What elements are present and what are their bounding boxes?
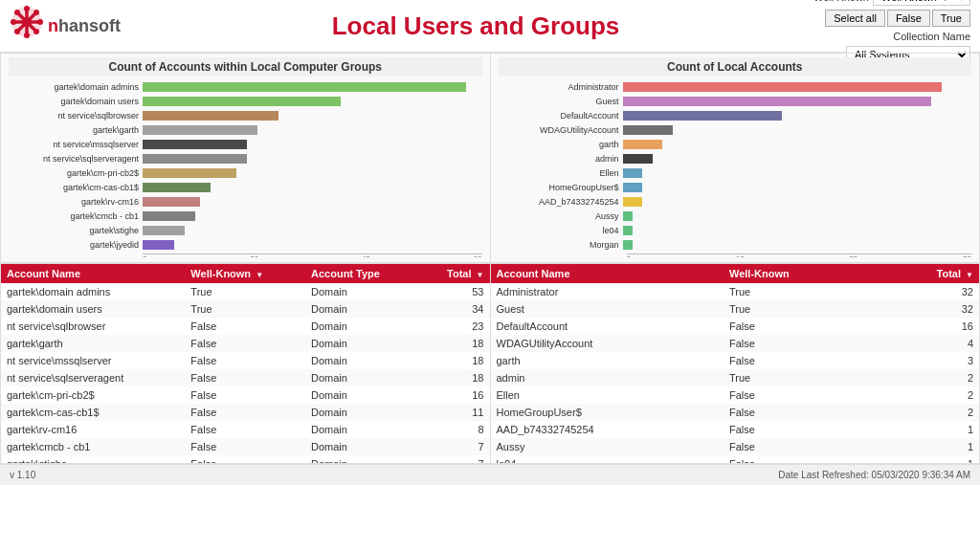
logo-rest: hansoft: [58, 16, 121, 35]
filter-btn-group: Select all False True: [825, 10, 970, 27]
right-chart-bar-row: Morgan: [499, 238, 972, 252]
bar-container-right: [623, 197, 972, 207]
bar-fill-right: [623, 197, 643, 207]
logo-icon: [10, 5, 44, 47]
bar-container-right: [623, 111, 972, 121]
bar-label: nt service\mssqlserver: [9, 140, 143, 149]
cell-r-total: 1: [876, 455, 979, 464]
cell-type: Domain: [305, 369, 420, 386]
left-table-head: Account Name Well-Known ▼ Account Type T…: [1, 264, 490, 283]
cell-name: gartek\cmcb - cb1: [1, 438, 185, 455]
cell-total: 8: [420, 421, 489, 438]
cell-wellknown: False: [185, 352, 305, 369]
table-row: gartek\cm-cas-cb1$ False Domain 11: [1, 404, 490, 421]
table-row: gartek\rv-cm16 False Domain 8: [1, 421, 490, 438]
cell-r-total: 32: [876, 300, 979, 318]
version-label: v 1.10: [10, 470, 35, 480]
col-well-known[interactable]: Well-Known ▼: [185, 264, 305, 283]
col-r-total[interactable]: Total ▼: [876, 264, 979, 283]
col-account-type[interactable]: Account Type: [305, 264, 420, 283]
cell-r-wellknown: False: [724, 352, 876, 369]
cell-r-total: 3: [876, 352, 979, 369]
cell-r-name: HomeGroupUser$: [491, 404, 724, 421]
bar-fill: [143, 168, 236, 178]
cell-r-total: 1: [876, 438, 979, 455]
col-account-name[interactable]: Account Name: [1, 264, 185, 283]
cell-r-wellknown: False: [724, 421, 876, 438]
select-all-button[interactable]: Select all: [825, 10, 885, 27]
bar-label: gartek\rv-cm16: [9, 197, 143, 207]
right-table-panel: Account Name Well-Known Total ▼ Administ…: [490, 263, 981, 464]
bar-container: [143, 111, 482, 121]
left-table-panel: Account Name Well-Known ▼ Account Type T…: [0, 263, 490, 464]
col-total[interactable]: Total ▼: [420, 264, 489, 283]
col-r-account-name[interactable]: Account Name: [491, 264, 724, 283]
right-chart-bar-row: WDAGUtilityAccount: [499, 123, 972, 137]
bar-label-right: le04: [499, 226, 623, 235]
true-button[interactable]: True: [932, 10, 970, 27]
left-chart-bar-row: nt service\mssqlserver: [9, 138, 482, 151]
left-table-body: gartek\domain admins True Domain 53 gart…: [1, 283, 490, 464]
cell-wellknown: False: [185, 438, 305, 455]
table-row: AAD_b74332745254 False 1: [491, 421, 980, 438]
bar-label-right: DefaultAccount: [499, 111, 623, 121]
table-row: nt service\sqlbrowser False Domain 23: [1, 318, 490, 335]
false-button[interactable]: False: [887, 10, 930, 27]
table-row: nt service\mssqlserver False Domain 18: [1, 352, 490, 369]
left-chart-bar-row: gartek\garth: [9, 123, 482, 137]
bar-container: [143, 168, 482, 178]
right-chart-bar-row: Aussy: [499, 209, 972, 223]
bar-fill-right: [623, 211, 633, 221]
cell-total: 18: [420, 352, 489, 369]
table-row: Administrator True 32: [491, 283, 980, 300]
right-chart-bar-row: admin: [499, 152, 972, 165]
table-row: gartek\cmcb - cb1 False Domain 7: [1, 438, 490, 455]
left-chart-bar-row: gartek\rv-cm16: [9, 195, 482, 209]
svg-point-11: [33, 29, 39, 34]
left-chart-bar-row: nt service\sqlbrowser: [9, 109, 482, 122]
bar-container: [143, 125, 482, 135]
bar-container: [143, 154, 482, 164]
svg-point-8: [11, 19, 16, 25]
page-title: Local Users and Groups: [220, 11, 731, 41]
collection-label: Collection Name: [893, 31, 970, 42]
table-row: admin True 2: [491, 369, 980, 386]
charts-section: Count of Accounts within Local Computer …: [0, 53, 980, 263]
cell-name: gartek\domain admins: [1, 283, 185, 300]
bar-label-right: AAD_b74332745254: [499, 197, 623, 207]
cell-type: Domain: [305, 318, 420, 335]
bar-fill-right: [623, 140, 663, 149]
bar-label: nt service\sqlserveragent: [9, 154, 143, 164]
right-chart-bar-row: Guest: [499, 95, 972, 108]
bar-fill: [143, 154, 247, 164]
cell-name: gartek\garth: [1, 335, 185, 352]
right-chart-title: Count of Local Accounts: [499, 57, 972, 77]
cell-wellknown: False: [185, 404, 305, 421]
table-row: Ellen False 2: [491, 386, 980, 404]
page-title-area: Local Users and Groups: [220, 11, 731, 41]
bar-fill-right: [623, 226, 633, 235]
collection-filter-row: Collection Name: [893, 31, 970, 42]
svg-point-12: [33, 10, 39, 15]
cell-wellknown: True: [185, 283, 305, 300]
cell-wellknown: False: [185, 318, 305, 335]
bar-label: gartek\jyedid: [9, 240, 143, 250]
cell-type: Domain: [305, 455, 420, 464]
bar-fill-right: [623, 168, 643, 178]
cell-wellknown: True: [185, 300, 305, 318]
bar-fill-right: [623, 125, 673, 135]
cell-type: Domain: [305, 283, 420, 300]
well-known-dropdown[interactable]: Well Known ▼: [873, 0, 970, 6]
logo-area: nhansoft: [10, 5, 220, 47]
bar-label-right: Aussy: [499, 211, 623, 221]
col-r-well-known[interactable]: Well-Known: [724, 264, 876, 283]
left-chart-bar-row: gartek\cm-pri-cb2$: [9, 166, 482, 180]
cell-type: Domain: [305, 335, 420, 352]
bar-container: [143, 197, 482, 207]
left-chart-bar-row: gartek\cm-cas-cb1$: [9, 181, 482, 194]
right-bar-chart: AdministratorGuestDefaultAccountWDAGUtil…: [499, 80, 972, 257]
left-table: Account Name Well-Known ▼ Account Type T…: [1, 264, 490, 464]
bar-label-right: admin: [499, 154, 623, 164]
right-table-head: Account Name Well-Known Total ▼: [491, 264, 980, 283]
right-chart-bar-row: garth: [499, 138, 972, 151]
